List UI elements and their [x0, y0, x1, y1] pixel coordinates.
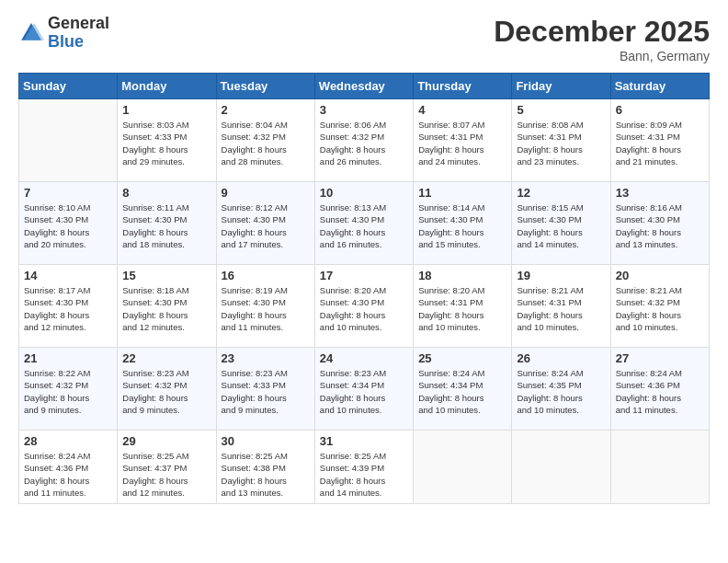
- day-number: 30: [222, 434, 310, 448]
- calendar-day-header: Thursday: [414, 74, 512, 99]
- calendar-cell: 27Sunrise: 8:24 AM Sunset: 4:36 PM Dayli…: [610, 348, 709, 431]
- logo-blue-text: Blue: [48, 32, 84, 51]
- page-header: General Blue December 2025 Bann, Germany: [18, 15, 710, 63]
- calendar-cell: 31Sunrise: 8:25 AM Sunset: 4:39 PM Dayli…: [314, 431, 413, 504]
- day-info: Sunrise: 8:14 AM Sunset: 4:30 PM Dayligh…: [418, 201, 506, 250]
- calendar-cell: 24Sunrise: 8:23 AM Sunset: 4:34 PM Dayli…: [314, 348, 413, 431]
- day-info: Sunrise: 8:11 AM Sunset: 4:30 PM Dayligh…: [122, 201, 210, 250]
- calendar-cell: 1Sunrise: 8:03 AM Sunset: 4:33 PM Daylig…: [118, 99, 216, 182]
- day-number: 16: [222, 269, 310, 282]
- day-info: Sunrise: 8:04 AM Sunset: 4:32 PM Dayligh…: [222, 119, 310, 167]
- calendar-cell: 11Sunrise: 8:14 AM Sunset: 4:30 PM Dayli…: [414, 182, 512, 265]
- calendar-week-row: 21Sunrise: 8:22 AM Sunset: 4:32 PM Dayli…: [19, 348, 710, 431]
- calendar-cell: 20Sunrise: 8:21 AM Sunset: 4:32 PM Dayli…: [610, 265, 709, 348]
- calendar-cell: 5Sunrise: 8:08 AM Sunset: 4:31 PM Daylig…: [512, 99, 610, 182]
- day-number: 26: [517, 351, 605, 365]
- calendar-cell: 10Sunrise: 8:13 AM Sunset: 4:30 PM Dayli…: [314, 182, 413, 265]
- day-number: 27: [616, 351, 704, 365]
- calendar-cell: 19Sunrise: 8:21 AM Sunset: 4:31 PM Dayli…: [512, 265, 610, 348]
- day-number: 28: [24, 434, 112, 448]
- calendar-cell: 14Sunrise: 8:17 AM Sunset: 4:30 PM Dayli…: [19, 265, 118, 348]
- day-number: 15: [122, 269, 210, 282]
- day-number: 12: [517, 186, 605, 200]
- day-info: Sunrise: 8:25 AM Sunset: 4:39 PM Dayligh…: [320, 450, 408, 499]
- day-info: Sunrise: 8:22 AM Sunset: 4:32 PM Dayligh…: [24, 367, 112, 416]
- calendar-cell: 13Sunrise: 8:16 AM Sunset: 4:30 PM Dayli…: [610, 182, 709, 265]
- day-number: 19: [517, 269, 605, 282]
- logo-general-text: General: [48, 14, 109, 32]
- calendar-cell: [19, 99, 118, 182]
- day-number: 31: [320, 434, 408, 448]
- day-number: 5: [517, 103, 605, 117]
- calendar-day-header: Saturday: [610, 74, 709, 99]
- day-number: 13: [616, 186, 704, 200]
- calendar-cell: 6Sunrise: 8:09 AM Sunset: 4:31 PM Daylig…: [610, 99, 709, 182]
- day-number: 20: [616, 269, 704, 282]
- logo-icon: [18, 20, 44, 46]
- calendar-header-row: SundayMondayTuesdayWednesdayThursdayFrid…: [19, 74, 710, 99]
- calendar-cell: 23Sunrise: 8:23 AM Sunset: 4:33 PM Dayli…: [216, 348, 314, 431]
- day-info: Sunrise: 8:16 AM Sunset: 4:30 PM Dayligh…: [616, 201, 704, 250]
- calendar-cell: 8Sunrise: 8:11 AM Sunset: 4:30 PM Daylig…: [118, 182, 216, 265]
- calendar-cell: 30Sunrise: 8:25 AM Sunset: 4:38 PM Dayli…: [216, 431, 314, 504]
- title-block: December 2025 Bann, Germany: [494, 15, 710, 63]
- day-info: Sunrise: 8:24 AM Sunset: 4:34 PM Dayligh…: [418, 367, 506, 416]
- calendar-cell: [414, 431, 512, 504]
- day-info: Sunrise: 8:03 AM Sunset: 4:33 PM Dayligh…: [122, 119, 210, 167]
- calendar-cell: 21Sunrise: 8:22 AM Sunset: 4:32 PM Dayli…: [19, 348, 118, 431]
- day-info: Sunrise: 8:20 AM Sunset: 4:31 PM Dayligh…: [418, 284, 506, 333]
- day-info: Sunrise: 8:18 AM Sunset: 4:30 PM Dayligh…: [122, 284, 210, 333]
- day-info: Sunrise: 8:25 AM Sunset: 4:37 PM Dayligh…: [122, 450, 210, 499]
- calendar-cell: 4Sunrise: 8:07 AM Sunset: 4:31 PM Daylig…: [414, 99, 512, 182]
- day-number: 8: [122, 186, 210, 200]
- day-info: Sunrise: 8:20 AM Sunset: 4:30 PM Dayligh…: [320, 284, 408, 333]
- day-number: 14: [24, 269, 112, 282]
- day-number: 29: [122, 434, 210, 448]
- calendar-cell: 28Sunrise: 8:24 AM Sunset: 4:36 PM Dayli…: [19, 431, 118, 504]
- calendar-cell: 17Sunrise: 8:20 AM Sunset: 4:30 PM Dayli…: [314, 265, 413, 348]
- calendar-cell: 22Sunrise: 8:23 AM Sunset: 4:32 PM Dayli…: [118, 348, 216, 431]
- calendar-day-header: Sunday: [19, 74, 118, 99]
- calendar-day-header: Tuesday: [216, 74, 314, 99]
- day-number: 24: [320, 351, 408, 365]
- day-number: 21: [24, 351, 112, 365]
- day-number: 3: [320, 103, 408, 117]
- day-info: Sunrise: 8:08 AM Sunset: 4:31 PM Dayligh…: [517, 119, 605, 167]
- day-number: 6: [616, 103, 704, 117]
- calendar-cell: 18Sunrise: 8:20 AM Sunset: 4:31 PM Dayli…: [414, 265, 512, 348]
- day-info: Sunrise: 8:23 AM Sunset: 4:32 PM Dayligh…: [122, 367, 210, 416]
- day-info: Sunrise: 8:24 AM Sunset: 4:35 PM Dayligh…: [517, 367, 605, 416]
- calendar-cell: 7Sunrise: 8:10 AM Sunset: 4:30 PM Daylig…: [19, 182, 118, 265]
- day-info: Sunrise: 8:24 AM Sunset: 4:36 PM Dayligh…: [24, 450, 112, 499]
- day-number: 9: [222, 186, 310, 200]
- day-number: 25: [418, 351, 506, 365]
- calendar-cell: 2Sunrise: 8:04 AM Sunset: 4:32 PM Daylig…: [216, 99, 314, 182]
- day-number: 23: [222, 351, 310, 365]
- day-number: 4: [418, 103, 506, 117]
- day-number: 18: [418, 269, 506, 282]
- day-info: Sunrise: 8:17 AM Sunset: 4:30 PM Dayligh…: [24, 284, 112, 333]
- calendar-cell: 29Sunrise: 8:25 AM Sunset: 4:37 PM Dayli…: [118, 431, 216, 504]
- day-info: Sunrise: 8:12 AM Sunset: 4:30 PM Dayligh…: [222, 201, 310, 250]
- day-info: Sunrise: 8:10 AM Sunset: 4:30 PM Dayligh…: [24, 201, 112, 250]
- calendar-week-row: 7Sunrise: 8:10 AM Sunset: 4:30 PM Daylig…: [19, 182, 710, 265]
- calendar-day-header: Monday: [118, 74, 216, 99]
- day-info: Sunrise: 8:23 AM Sunset: 4:33 PM Dayligh…: [222, 367, 310, 416]
- calendar-cell: 12Sunrise: 8:15 AM Sunset: 4:30 PM Dayli…: [512, 182, 610, 265]
- day-number: 17: [320, 269, 408, 282]
- day-info: Sunrise: 8:21 AM Sunset: 4:32 PM Dayligh…: [616, 284, 704, 333]
- day-info: Sunrise: 8:06 AM Sunset: 4:32 PM Dayligh…: [320, 119, 408, 167]
- calendar-cell: [610, 431, 709, 504]
- day-info: Sunrise: 8:15 AM Sunset: 4:30 PM Dayligh…: [517, 201, 605, 250]
- calendar-cell: 3Sunrise: 8:06 AM Sunset: 4:32 PM Daylig…: [314, 99, 413, 182]
- calendar-cell: [512, 431, 610, 504]
- calendar-cell: 15Sunrise: 8:18 AM Sunset: 4:30 PM Dayli…: [118, 265, 216, 348]
- calendar-cell: 9Sunrise: 8:12 AM Sunset: 4:30 PM Daylig…: [216, 182, 314, 265]
- calendar-day-header: Friday: [512, 74, 610, 99]
- day-info: Sunrise: 8:07 AM Sunset: 4:31 PM Dayligh…: [418, 119, 506, 167]
- day-info: Sunrise: 8:23 AM Sunset: 4:34 PM Dayligh…: [320, 367, 408, 416]
- day-number: 1: [122, 103, 210, 117]
- calendar-cell: 26Sunrise: 8:24 AM Sunset: 4:35 PM Dayli…: [512, 348, 610, 431]
- day-info: Sunrise: 8:24 AM Sunset: 4:36 PM Dayligh…: [616, 367, 704, 416]
- day-number: 11: [418, 186, 506, 200]
